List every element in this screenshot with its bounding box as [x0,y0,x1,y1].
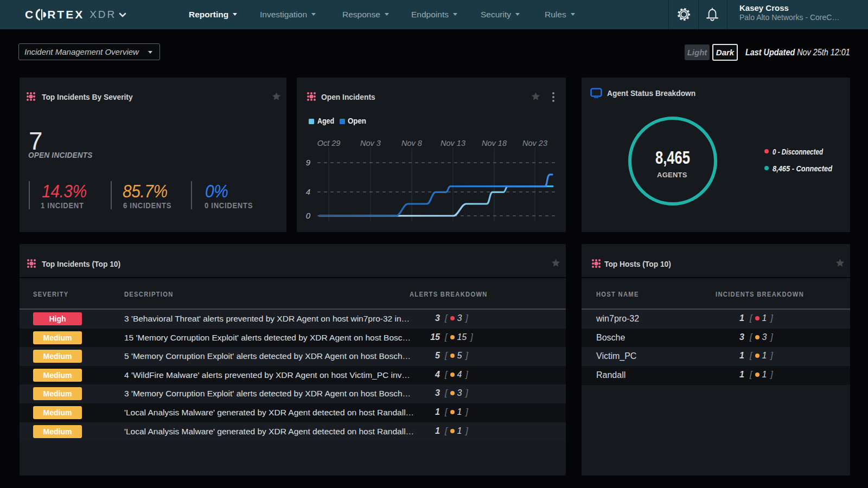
svg-text:8,465: 8,465 [655,147,690,168]
svg-text:Nov 3: Nov 3 [360,139,381,147]
svg-text:0 - Disconnected: 0 - Disconnected [773,147,824,156]
svg-text:Nov 8: Nov 8 [401,139,422,147]
svg-text:Oct 29: Oct 29 [317,139,341,147]
svg-text:AGENTS: AGENTS [657,171,688,179]
svg-text:0: 0 [306,211,311,220]
svg-text:9: 9 [306,158,311,167]
svg-text:Nov 18: Nov 18 [482,139,507,147]
svg-text:Nov 13: Nov 13 [441,139,465,147]
svg-text:Aged: Aged [317,116,334,125]
svg-text:Open: Open [348,116,366,125]
svg-text:4: 4 [306,187,310,196]
svg-text:Nov 23: Nov 23 [522,139,547,147]
svg-text:8,465 - Connected: 8,465 - Connected [773,164,833,173]
